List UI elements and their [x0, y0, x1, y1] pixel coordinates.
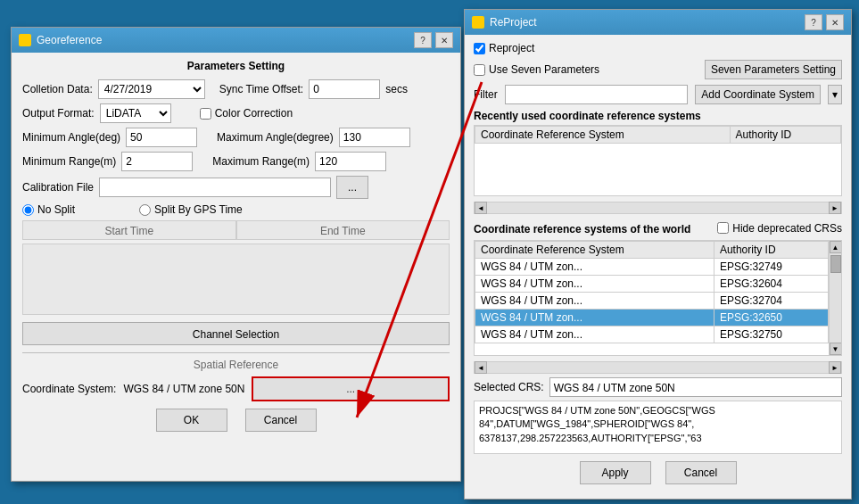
world-authority-0: EPSG:32749: [714, 259, 828, 276]
rp-apply-btn[interactable]: Apply: [580, 461, 651, 484]
world-scroll-right[interactable]: ►: [829, 361, 841, 374]
geo-content: Parameters Setting Colletion Data: 4/27/…: [12, 53, 460, 439]
reproject-checkbox[interactable]: [474, 43, 485, 54]
seven-params-row: Use Seven Parameters Seven Parameters Se…: [474, 60, 842, 79]
wkt-area: PROJCS["WGS 84 / UTM zone 50N",GEOGCS["W…: [474, 401, 842, 454]
split-gps-radio[interactable]: [139, 204, 151, 216]
calib-input[interactable]: [99, 178, 331, 197]
output-format-select[interactable]: LiDATA: [100, 103, 171, 123]
add-crs-btn[interactable]: Add Coordinate System: [695, 85, 821, 104]
start-time-cell: Start Time: [22, 220, 236, 240]
world-scroll-up[interactable]: ▲: [830, 241, 842, 253]
calib-browse-btn[interactable]: ...: [336, 176, 368, 199]
recently-crs-header: Coordinate Reference System: [475, 127, 731, 144]
calib-row: Calibration File ...: [22, 176, 450, 199]
seven-params-checkbox[interactable]: [474, 64, 485, 76]
split-gps-label: Split By GPS Time: [154, 203, 243, 216]
recently-scroll-right[interactable]: ►: [829, 202, 841, 214]
time-row: Start Time End Time: [22, 220, 450, 240]
world-v-scrollbar: ▲ ▼: [829, 241, 841, 355]
range-row: Minimum Range(m) Maximum Range(m): [22, 152, 450, 171]
world-crs-0: WGS 84 / UTM zon...: [475, 259, 714, 276]
seven-params-label: Use Seven Parameters: [489, 63, 599, 76]
georeference-titlebar: Georeference ? ✕: [12, 28, 460, 53]
rp-titlebar-controls: ? ✕: [805, 14, 844, 30]
color-correction-label: Color Correction: [215, 107, 293, 120]
collection-data-select[interactable]: 4/27/2019: [98, 79, 205, 99]
output-format-row: Output Format: LiDATA Color Correction: [22, 103, 450, 123]
no-split-radio[interactable]: [22, 204, 34, 216]
rp-cancel-btn[interactable]: Cancel: [665, 461, 737, 484]
sync-time-suffix: secs: [385, 83, 408, 95]
world-row-3[interactable]: WGS 84 / UTM zon... EPSG:32650: [475, 310, 829, 326]
max-angle-input[interactable]: [339, 128, 410, 147]
split-row: No Split Split By GPS Time: [22, 203, 450, 216]
spatial-title: Spatial Reference: [22, 359, 450, 371]
filter-input[interactable]: [505, 85, 689, 104]
geo-help-btn[interactable]: ?: [414, 32, 432, 48]
geo-icon: [19, 34, 31, 46]
world-authority-header: Authority ID: [714, 242, 828, 259]
world-row-4[interactable]: WGS 84 / UTM zon... EPSG:32750: [475, 326, 829, 343]
seven-params-btn[interactable]: Seven Parameters Setting: [705, 60, 842, 79]
world-authority-1: EPSG:32604: [714, 276, 828, 293]
coord-browse-btn[interactable]: ...: [252, 376, 450, 401]
collection-label: Colletion Data:: [22, 83, 93, 95]
rp-bottom-buttons: Apply Cancel: [474, 461, 842, 484]
reproject-dialog: ReProject ? ✕ Reproject Use Seven Parame…: [464, 9, 852, 500]
world-authority-2: EPSG:32704: [714, 293, 828, 310]
world-row-0[interactable]: WGS 84 / UTM zon... EPSG:32749: [475, 259, 829, 276]
world-scroll-thumb[interactable]: [830, 255, 841, 273]
filter-label: Filter: [474, 88, 498, 101]
max-angle-label: Maximum Angle(degree): [217, 131, 334, 144]
min-angle-input[interactable]: [126, 128, 197, 147]
titlebar-left: Georeference: [19, 34, 102, 46]
recently-h-scrollbar: ◄ ►: [474, 202, 842, 214]
world-crs-2: WGS 84 / UTM zon...: [475, 293, 714, 310]
recently-scroll-track: [487, 202, 829, 213]
rp-close-btn[interactable]: ✕: [826, 14, 844, 30]
color-correction-row: Color Correction: [200, 107, 293, 120]
end-time-cell: End Time: [236, 220, 450, 240]
channel-selection-btn[interactable]: Channel Selection: [22, 322, 450, 345]
geo-cancel-btn[interactable]: Cancel: [245, 409, 317, 432]
world-crs-3: WGS 84 / UTM zon...: [475, 310, 714, 326]
sync-time-input[interactable]: [309, 79, 380, 99]
geo-title: Georeference: [37, 34, 102, 46]
recently-scroll-left[interactable]: ◄: [475, 202, 487, 214]
max-range-input[interactable]: [315, 152, 386, 171]
georeference-dialog: Georeference ? ✕ Parameters Setting Coll…: [11, 27, 461, 482]
collection-row: Colletion Data: 4/27/2019 Sync Time Offs…: [22, 79, 450, 99]
coord-system-label: Coordinate System:: [22, 383, 116, 395]
split-gps-radio-group: Split By GPS Time: [139, 203, 243, 216]
world-table-wrap: Coordinate Reference System Authority ID…: [474, 240, 842, 356]
hide-deprecated-checkbox[interactable]: [717, 222, 729, 234]
add-crs-dropdown-btn[interactable]: ▾: [828, 85, 842, 104]
geo-bottom-buttons: OK Cancel: [22, 409, 450, 432]
world-h-scroll-track: [487, 362, 829, 373]
world-row-2[interactable]: WGS 84 / UTM zon... EPSG:32704: [475, 293, 829, 310]
spatial-section: Spatial Reference Coordinate System: WGS…: [22, 352, 450, 401]
world-row-1[interactable]: WGS 84 / UTM zon... EPSG:32604: [475, 276, 829, 293]
world-scroll-down[interactable]: ▼: [830, 343, 842, 355]
output-format-label: Output Format:: [22, 107, 95, 120]
geo-ok-btn[interactable]: OK: [156, 409, 227, 432]
seven-params-checkbox-group: Use Seven Parameters: [474, 63, 599, 76]
world-authority-3: EPSG:32650: [714, 310, 828, 326]
coord-system-value: WGS 84 / UTM zone 50N: [123, 383, 244, 395]
recently-header: Recently used coordinate reference syste…: [474, 110, 842, 122]
calib-label: Calibration File: [22, 181, 94, 194]
hide-deprecated-label: Hide deprecated CRSs: [732, 222, 842, 235]
min-range-input[interactable]: [121, 152, 193, 171]
rp-help-btn[interactable]: ?: [805, 14, 822, 30]
selected-crs-label: Selected CRS:: [474, 381, 544, 393]
color-correction-checkbox[interactable]: [200, 108, 211, 120]
max-range-label: Maximum Range(m): [212, 155, 310, 168]
reproject-label: Reproject: [489, 42, 534, 54]
world-crs-4: WGS 84 / UTM zon...: [475, 326, 714, 343]
geo-close-btn[interactable]: ✕: [435, 32, 453, 48]
params-title: Parameters Setting: [22, 60, 450, 72]
world-scroll-left[interactable]: ◄: [475, 361, 487, 374]
recently-authority-header: Authority ID: [730, 127, 840, 144]
rp-content: Reproject Use Seven Parameters Seven Par…: [465, 35, 851, 492]
